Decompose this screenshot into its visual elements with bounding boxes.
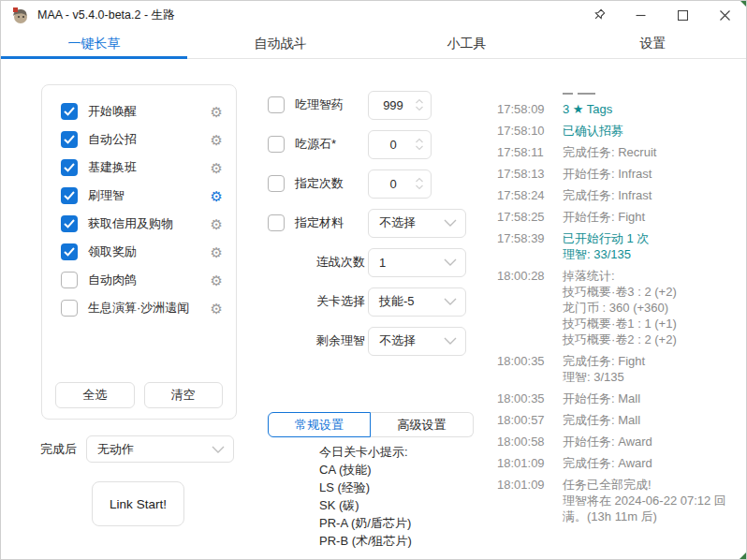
dropdown[interactable]: 不选择 <box>368 327 466 356</box>
after-complete-select[interactable]: 无动作 <box>86 435 234 463</box>
task-label: 自动公招 <box>88 131 137 148</box>
gear-icon[interactable]: ⚙ <box>211 133 223 147</box>
task-checkbox[interactable] <box>61 187 78 204</box>
number-input[interactable]: 0 <box>368 130 432 159</box>
log-message: 已确认招募 <box>563 123 740 139</box>
maximize-button[interactable] <box>662 1 704 29</box>
log-timestamp: 17:58:10 <box>497 123 548 139</box>
link-start-button[interactable]: Link Start! <box>92 481 184 526</box>
fight-checkbox[interactable] <box>268 214 285 231</box>
main-tab-2[interactable]: 小工具 <box>374 29 560 58</box>
dropdown-value: 不选择 <box>379 332 416 349</box>
fight-row: 吃理智药 999 <box>268 85 466 125</box>
dropdown-value: 1 <box>379 256 386 270</box>
task-checkbox[interactable] <box>61 215 78 232</box>
pin-button[interactable] <box>578 1 620 29</box>
check-icon <box>64 135 75 144</box>
task-panel: 开始唤醒 ⚙ 自动公招 ⚙ 基建换班 ⚙ 刷理智 ⚙ 获取信用及购物 ⚙ 领取奖… <box>41 84 237 420</box>
gear-icon[interactable]: ⚙ <box>211 161 223 175</box>
log-message-line: 开始任务: Award <box>563 434 740 449</box>
dropdown[interactable]: 1 <box>368 248 466 277</box>
task-checkbox[interactable] <box>61 131 78 148</box>
task-label: 自动肉鸽 <box>88 272 137 288</box>
task-label: 生息演算·沙洲遗闻 <box>88 300 189 317</box>
fight-checkbox[interactable] <box>268 136 285 153</box>
minimize-icon <box>636 10 646 21</box>
log-entry: 17:58:13 开始任务: Infrast <box>497 166 740 182</box>
dropdown-value: 技能-5 <box>379 293 415 310</box>
task-list: 开始唤醒 ⚙ 自动公招 ⚙ 基建换班 ⚙ 刷理智 ⚙ 获取信用及购物 ⚙ 领取奖… <box>42 85 236 322</box>
after-complete-value: 无动作 <box>97 441 134 458</box>
check-icon <box>64 107 75 116</box>
fight-checkbox[interactable] <box>268 96 285 113</box>
log-message: 3 ★ Tags <box>563 101 740 117</box>
log-message-line: 开始任务: Fight <box>563 209 740 225</box>
log-message-line: 已开始行动 1 次 <box>563 230 740 246</box>
gear-icon[interactable]: ⚙ <box>211 302 223 316</box>
check-icon <box>64 219 75 228</box>
log-message-line: 完成任务: Recruit <box>563 144 740 160</box>
fight-row: 指定次数 0 <box>268 164 466 203</box>
check-icon <box>64 191 75 200</box>
clipped-text-fragment <box>578 93 595 95</box>
settings-tab-1[interactable]: 高级设置 <box>371 412 474 437</box>
task-checkbox[interactable] <box>61 103 78 120</box>
number-input[interactable]: 0 <box>368 169 432 199</box>
dropdown[interactable]: 不选择 <box>368 209 466 238</box>
log-timestamp: 18:00:58 <box>497 434 548 449</box>
number-value: 0 <box>373 177 414 191</box>
gear-icon[interactable]: ⚙ <box>211 189 223 203</box>
number-input[interactable]: 999 <box>368 91 432 120</box>
corner-mark <box>740 1 746 7</box>
task-row: 获取信用及购物 ⚙ <box>61 210 227 238</box>
gear-icon[interactable]: ⚙ <box>211 105 223 119</box>
log-entry: 18:00:35 开始任务: Mall <box>497 391 740 406</box>
fight-checkbox[interactable] <box>268 175 285 192</box>
fight-row: 关卡选择 技能-5 <box>268 282 466 321</box>
fight-label: 吃源石* <box>295 136 336 153</box>
main-tab-1[interactable]: 自动战斗 <box>187 29 374 58</box>
maa-window: MAA - v5.4.0-beta.2 - 生路 一键长草自动战 <box>0 0 747 560</box>
log-message: 任务已全部完成!理智将在 2024-06-22 07:12 回满。(13h 11… <box>563 477 740 524</box>
fight-settings: 吃理智药 999 吃源石* 0 指定次数 0 <box>268 85 466 361</box>
log-panel[interactable]: 17:58:09 3 ★ Tags 17:58:10 已确认招募 17:58:1… <box>497 59 742 558</box>
clear-button[interactable]: 清空 <box>144 382 224 408</box>
main-tab-0[interactable]: 一键长草 <box>1 29 187 58</box>
dropdown[interactable]: 技能-5 <box>368 287 466 317</box>
gear-icon[interactable]: ⚙ <box>211 273 223 287</box>
fight-row: 连战次数 1 <box>268 243 466 282</box>
task-checkbox[interactable] <box>61 159 78 176</box>
task-checkbox[interactable] <box>61 243 78 260</box>
log-timestamp: 17:58:39 <box>497 230 548 262</box>
log-message: 完成任务: Award <box>563 455 740 471</box>
log-list: 17:58:09 3 ★ Tags 17:58:10 已确认招募 17:58:1… <box>497 92 740 524</box>
log-timestamp: 17:58:09 <box>497 101 548 117</box>
log-entry: 17:58:09 3 ★ Tags <box>497 101 740 117</box>
spinner-icon[interactable] <box>414 97 425 112</box>
chevron-down-icon <box>444 298 457 305</box>
task-row: 自动公招 ⚙ <box>61 125 227 154</box>
log-timestamp: 18:00:35 <box>497 391 548 406</box>
task-checkbox[interactable] <box>61 272 78 288</box>
gear-icon[interactable]: ⚙ <box>211 217 223 231</box>
spinner-icon[interactable] <box>414 137 425 152</box>
task-label: 领取奖励 <box>88 243 137 260</box>
log-message-line: 开始任务: Mall <box>563 391 740 406</box>
main-tab-3[interactable]: 设置 <box>560 29 746 58</box>
select-all-button[interactable]: 全选 <box>55 382 135 408</box>
log-entry: 17:58:24 完成任务: Infrast <box>497 187 740 203</box>
settings-tabs: 常规设置高级设置 <box>268 412 474 437</box>
log-message-line: 技巧概要·卷2 : 2 (+2) <box>563 332 740 347</box>
log-timestamp: 18:01:09 <box>497 477 548 524</box>
task-checkbox[interactable] <box>61 300 78 317</box>
gear-icon[interactable]: ⚙ <box>211 245 223 259</box>
log-message-line: 任务已全部完成! <box>563 477 740 493</box>
log-message-line: 理智将在 2024-06-22 07:12 回满。(13h 11m 后) <box>563 493 740 524</box>
settings-tab-0[interactable]: 常规设置 <box>268 412 371 437</box>
main-tabbar: 一键长草自动战斗小工具设置 <box>1 29 746 59</box>
spinner-icon[interactable] <box>414 176 425 191</box>
minimize-button[interactable] <box>620 1 662 29</box>
fight-label: 剩余理智 <box>316 332 365 349</box>
log-message: 开始任务: Fight <box>563 209 740 225</box>
log-message-line: 技巧概要·卷3 : 2 (+2) <box>563 284 740 300</box>
